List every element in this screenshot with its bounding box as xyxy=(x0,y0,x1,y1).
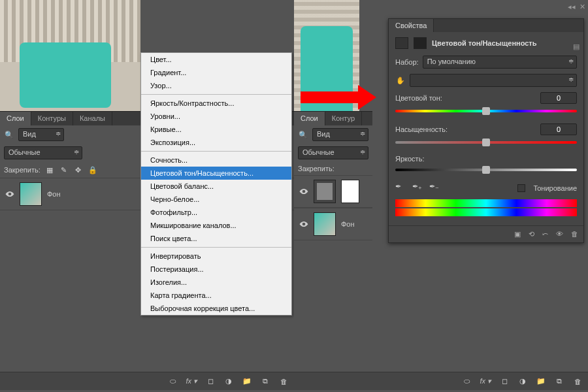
close-icon[interactable]: ✕ xyxy=(580,3,585,11)
mask-type-icon xyxy=(414,37,427,49)
mask-thumbnail xyxy=(341,180,359,203)
trash-icon[interactable]: 🗑 xyxy=(278,376,289,387)
menu-invert[interactable]: Инвертировать xyxy=(141,250,291,263)
hue-label: Цветовой тон: xyxy=(395,94,442,102)
menu-posterize[interactable]: Постеризация... xyxy=(141,263,291,276)
menu-brightness[interactable]: Яркость/Контрастность... xyxy=(141,97,291,110)
mask-icon[interactable]: ◻ xyxy=(205,376,216,387)
lock-move-icon[interactable]: ✥ xyxy=(73,165,84,175)
collapse-icon[interactable]: ◂◂ xyxy=(568,3,576,11)
saturation-label: Насыщенность: xyxy=(395,125,448,133)
fx-icon[interactable]: fx ▾ xyxy=(480,377,491,385)
menu-black-white[interactable]: Черно-белое... xyxy=(141,193,291,206)
properties-footer: ▣ ⟲ ⤺ 👁 🗑 xyxy=(389,225,583,242)
lock-pixels-icon[interactable]: ▦ xyxy=(44,165,55,175)
tab-properties[interactable]: Свойства xyxy=(389,19,434,32)
colorize-checkbox[interactable] xyxy=(517,184,525,192)
lightness-label: Яркость: xyxy=(395,155,424,163)
color-range-select[interactable] xyxy=(410,74,577,87)
layers-bottom-bar: ⬭ fx ▾ ◻ ◑ 📁 ⧉ 🗑 xyxy=(294,372,588,390)
clip-icon[interactable]: ▣ xyxy=(514,230,521,238)
menu-color-balance[interactable]: Цветовой баланс... xyxy=(141,180,291,193)
panel-title: Цветовой тон/Насыщенность xyxy=(432,39,537,47)
eyedropper-add-icon[interactable]: ✒₊ xyxy=(412,182,424,194)
menu-solid-color[interactable]: Цвет... xyxy=(141,53,291,66)
colorize-label: Тонирование xyxy=(533,184,577,192)
lock-label: Закрепить: xyxy=(298,165,335,172)
new-layer-icon[interactable]: ⧉ xyxy=(554,376,564,387)
hue-slider[interactable] xyxy=(395,106,577,116)
visibility-icon[interactable] xyxy=(299,220,308,229)
folder-icon[interactable]: 📁 xyxy=(242,376,252,387)
folder-icon[interactable]: 📁 xyxy=(536,376,546,387)
search-icon: 🔍 xyxy=(298,129,308,140)
trash-icon[interactable]: 🗑 xyxy=(571,230,578,238)
tab-paths[interactable]: Контуры xyxy=(31,112,73,125)
saturation-slider[interactable] xyxy=(395,138,577,147)
search-icon: 🔍 xyxy=(4,129,14,140)
layer-thumbnail xyxy=(20,182,42,206)
tab-layers[interactable]: Слои xyxy=(0,112,31,125)
annotation-arrow xyxy=(301,91,359,103)
menu-gradient-map[interactable]: Карта градиента... xyxy=(141,289,291,302)
tab-paths[interactable]: Контур xyxy=(325,112,362,125)
layer-row-bg[interactable]: Фон xyxy=(294,208,372,240)
menu-gradient[interactable]: Градиент... xyxy=(141,66,291,79)
lightness-slider[interactable] xyxy=(395,165,577,174)
eyedropper-icon[interactable]: ✒ xyxy=(395,182,407,194)
hue-value[interactable]: 0 xyxy=(540,92,577,104)
adjustment-icon[interactable]: ◑ xyxy=(223,376,234,387)
menu-photo-filter[interactable]: Фотофильтр... xyxy=(141,206,291,219)
saturation-value[interactable]: 0 xyxy=(540,123,577,135)
lock-brush-icon[interactable]: ✎ xyxy=(59,165,69,175)
menu-pattern[interactable]: Узор... xyxy=(141,79,291,92)
menu-vibrance[interactable]: Сочность... xyxy=(141,154,291,167)
hand-scrubber-icon[interactable]: ✋ xyxy=(395,75,406,86)
spectrum-bar-out xyxy=(395,208,577,216)
blend-mode-select[interactable]: Обычные xyxy=(4,146,82,159)
link-icon[interactable]: ⬭ xyxy=(461,376,472,387)
layer-filter-select[interactable]: Вид xyxy=(312,128,368,141)
lock-all-icon[interactable]: 🔒 xyxy=(88,165,98,175)
layer-thumbnail xyxy=(314,212,336,236)
menu-hue-saturation[interactable]: Цветовой тон/Насыщенность... xyxy=(141,167,291,180)
menu-channel-mixer[interactable]: Микширование каналов... xyxy=(141,219,291,232)
canvas-preview xyxy=(0,0,140,111)
window-controls: ◂◂ ✕ xyxy=(568,3,585,11)
link-icon[interactable]: ⬭ xyxy=(167,376,178,387)
menu-threshold[interactable]: Изогелия... xyxy=(141,276,291,289)
layers-bottom-bar: ⬭ fx ▾ ◻ ◑ 📁 ⧉ 🗑 xyxy=(0,372,294,390)
blend-mode-select[interactable]: Обычные xyxy=(298,146,368,159)
menu-curves[interactable]: Кривые... xyxy=(141,123,291,136)
new-layer-icon[interactable]: ⧉ xyxy=(260,376,270,387)
visibility-icon[interactable] xyxy=(299,187,308,196)
panel-menu-icon[interactable]: ▤ xyxy=(573,42,580,51)
preset-select[interactable]: По умолчанию xyxy=(423,56,577,69)
tab-channels[interactable]: Каналы xyxy=(73,112,112,125)
previous-state-icon[interactable]: ⟲ xyxy=(529,230,534,238)
lock-label: Закрепить: xyxy=(4,166,41,174)
tab-layers[interactable]: Слои xyxy=(294,112,325,125)
menu-exposure[interactable]: Экспозиция... xyxy=(141,136,291,149)
layer-name: Фон xyxy=(341,220,355,228)
menu-selective-color[interactable]: Выборочная коррекция цвета... xyxy=(141,302,291,315)
adjustment-thumbnail xyxy=(314,180,336,203)
eyedropper-subtract-icon[interactable]: ✒₋ xyxy=(429,182,441,194)
layer-filter-select[interactable]: Вид xyxy=(18,128,64,141)
menu-color-lookup[interactable]: Поиск цвета... xyxy=(141,232,291,245)
properties-panel: Свойства ▤ Цветовой тон/Насыщенность Наб… xyxy=(388,18,584,243)
spectrum-bar-in xyxy=(395,199,577,207)
mask-icon[interactable]: ◻ xyxy=(499,376,510,387)
reset-icon[interactable]: ⤺ xyxy=(542,230,548,238)
adjustment-icon[interactable]: ◑ xyxy=(517,376,528,387)
toggle-visibility-icon[interactable]: 👁 xyxy=(556,230,563,238)
layer-row-adjustment[interactable] xyxy=(294,175,372,208)
visibility-icon[interactable] xyxy=(5,189,14,199)
menu-levels[interactable]: Уровни... xyxy=(141,110,291,123)
adjustment-type-icon xyxy=(395,37,408,49)
trash-icon[interactable]: 🗑 xyxy=(572,376,583,387)
layers-panel: Слои Контур 🔍 Вид Обычные Закрепить: Фон xyxy=(294,111,372,374)
fx-icon[interactable]: fx ▾ xyxy=(186,377,197,385)
adjustment-menu: Цвет... Градиент... Узор... Яркость/Конт… xyxy=(140,52,292,316)
preset-label: Набор: xyxy=(395,58,419,66)
